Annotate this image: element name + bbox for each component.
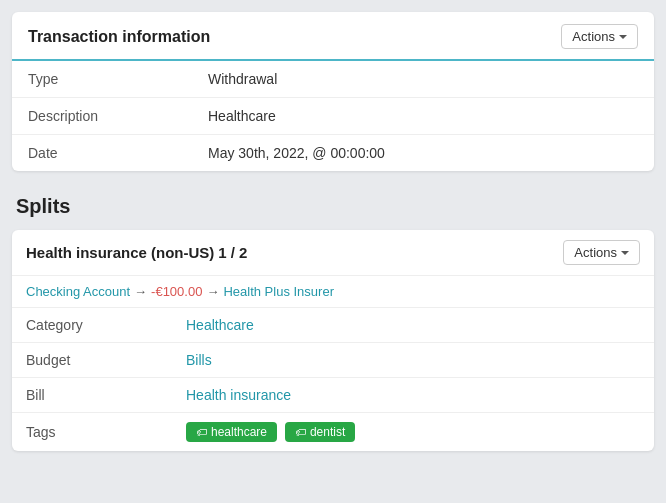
- table-row: Bill Health insurance: [12, 378, 654, 413]
- table-row: Budget Bills: [12, 343, 654, 378]
- split-card-header: Health insurance (non-US) 1 / 2 Actions: [12, 230, 654, 276]
- field-label: Bill: [12, 378, 172, 413]
- split-counter: 1 / 2: [218, 244, 247, 261]
- field-label: Tags: [12, 413, 172, 452]
- field-value: Healthcare: [172, 308, 654, 343]
- caret-icon: [621, 251, 629, 255]
- split-info-table: Category Healthcare Budget Bills Bill: [12, 308, 654, 451]
- splits-section: Splits Health insurance (non-US) 1 / 2 A…: [12, 183, 654, 451]
- field-value: Bills: [172, 343, 654, 378]
- split-card-title: Health insurance (non-US): [26, 244, 214, 261]
- arrow-icon: →: [206, 284, 219, 299]
- tag-icon: 🏷: [196, 426, 207, 438]
- field-label: Description: [12, 98, 192, 135]
- budget-link[interactable]: Bills: [186, 352, 212, 368]
- field-value: Healthcare: [192, 98, 654, 135]
- transaction-info-title: Transaction information: [28, 28, 210, 46]
- table-row: Date May 30th, 2022, @ 00:00:00: [12, 135, 654, 172]
- table-row: Category Healthcare: [12, 308, 654, 343]
- arrow-icon: →: [134, 284, 147, 299]
- field-value: May 30th, 2022, @ 00:00:00: [192, 135, 654, 172]
- field-label: Category: [12, 308, 172, 343]
- tag-dentist[interactable]: 🏷 dentist: [285, 422, 355, 442]
- tag-healthcare[interactable]: 🏷 healthcare: [186, 422, 277, 442]
- field-value: Withdrawal: [192, 61, 654, 98]
- from-account-link[interactable]: Checking Account: [26, 284, 130, 299]
- transaction-info-table: Type Withdrawal Description Healthcare D…: [12, 61, 654, 171]
- split-actions-button[interactable]: Actions: [563, 240, 640, 265]
- field-label: Date: [12, 135, 192, 172]
- transaction-info-card: Transaction information Actions Type Wit…: [12, 12, 654, 171]
- splits-title: Splits: [16, 195, 638, 218]
- split-card: Health insurance (non-US) 1 / 2 Actions …: [12, 230, 654, 451]
- table-row: Type Withdrawal: [12, 61, 654, 98]
- split-flow: Checking Account → -€100.00 → Health Plu…: [12, 276, 654, 308]
- field-value: Health insurance: [172, 378, 654, 413]
- tags-cell: 🏷 healthcare 🏷 dentist: [172, 413, 654, 452]
- caret-icon: [619, 35, 627, 39]
- field-label: Type: [12, 61, 192, 98]
- category-link[interactable]: Healthcare: [186, 317, 254, 333]
- to-account-link[interactable]: Health Plus Insurer: [223, 284, 334, 299]
- transaction-info-header: Transaction information Actions: [12, 12, 654, 61]
- split-amount: -€100.00: [151, 284, 202, 299]
- table-row: Tags 🏷 healthcare 🏷 dentist: [12, 413, 654, 452]
- actions-button[interactable]: Actions: [561, 24, 638, 49]
- bill-link[interactable]: Health insurance: [186, 387, 291, 403]
- tag-icon: 🏷: [295, 426, 306, 438]
- field-label: Budget: [12, 343, 172, 378]
- table-row: Description Healthcare: [12, 98, 654, 135]
- split-card-title-wrapper: Health insurance (non-US) 1 / 2: [26, 244, 247, 261]
